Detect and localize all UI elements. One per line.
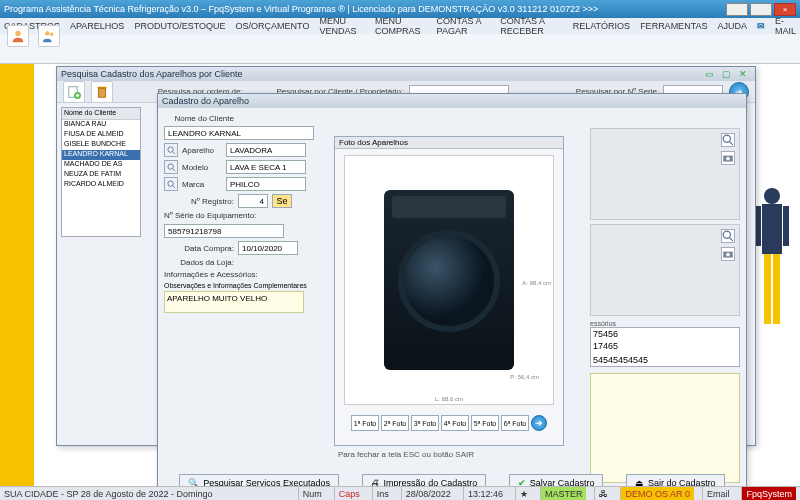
camera-icon[interactable] — [721, 247, 735, 261]
status-master: MASTER — [540, 487, 587, 500]
marca-label: Marca — [182, 180, 222, 189]
acess-item: 75456 — [591, 328, 739, 340]
aparelho-input[interactable] — [226, 143, 306, 157]
close-hint: Para fechar a tela ESC ou botão SAIR — [338, 450, 474, 459]
photo-4-button[interactable]: 4ª Foto — [441, 415, 469, 431]
aparelho-lookup-button[interactable] — [164, 143, 178, 157]
client-list[interactable]: Nome do Cliente BIANCA RAU FIUSA DE ALME… — [61, 107, 141, 237]
client-row[interactable]: MACHADO DE AS — [62, 160, 140, 170]
menu-os[interactable]: OS/ORÇAMENTO — [236, 21, 310, 31]
photo-3-button[interactable]: 3ª Foto — [411, 415, 439, 431]
client-row[interactable]: FIUSA DE ALMEID — [62, 130, 140, 140]
acessorios-list[interactable]: 75456 17465 54545454545 — [590, 327, 740, 367]
main-toolbar: Clientes Fornec — [0, 34, 800, 64]
data-label: Data Compra: — [164, 244, 234, 253]
svg-point-2 — [50, 33, 54, 37]
cadastro-title: Cadastro do Aparelho — [158, 94, 746, 108]
svg-rect-4 — [762, 204, 782, 254]
right-column: essórios 75456 17465 54545454545 — [590, 128, 740, 483]
svg-rect-12 — [98, 86, 107, 88]
obs-textarea[interactable]: APARELHO MUITO VELHO — [164, 291, 304, 313]
svg-rect-5 — [764, 254, 771, 324]
marca-input[interactable] — [226, 177, 306, 191]
photo-6-button[interactable]: 6ª Foto — [501, 415, 529, 431]
search-close-icon[interactable]: ✕ — [739, 69, 747, 79]
status-city: SUA CIDADE - SP 28 de Agosto de 2022 - D… — [4, 489, 212, 499]
menu-compras[interactable]: MENU COMPRAS — [375, 16, 427, 36]
new-record-button[interactable] — [63, 81, 85, 103]
client-list-header: Nome do Cliente — [62, 108, 140, 120]
client-row-selected[interactable]: LEANDRO KARNAL — [62, 150, 140, 160]
maximize-button[interactable]: □ — [750, 3, 772, 16]
aparelho-label: Aparelho — [182, 146, 222, 155]
se-button[interactable]: Se — [272, 194, 292, 208]
svg-point-1 — [45, 31, 49, 35]
registro-label: Nº Registro: — [164, 197, 234, 206]
status-ins: Ins — [372, 487, 393, 500]
menu-relatorios[interactable]: RELATÓRIOS — [573, 21, 630, 31]
svg-rect-6 — [773, 254, 780, 324]
status-time: 13:12:46 — [463, 487, 507, 500]
search-window: Pesquisa Cadastro dos Aparelhos por Clie… — [56, 66, 756, 446]
washing-machine-image — [384, 190, 514, 370]
modelo-input[interactable] — [226, 160, 306, 174]
close-button[interactable]: × — [774, 3, 796, 16]
photo-5-button[interactable]: 5ª Foto — [471, 415, 499, 431]
search-window-title: Pesquisa Cadastro dos Aparelhos por Clie… — [57, 67, 755, 81]
menu-receber[interactable]: CONTAS A RECEBER — [500, 16, 562, 36]
yellow-strip — [0, 64, 34, 486]
dim-width: L: 68,6 cm — [435, 396, 463, 402]
status-email[interactable]: Email — [702, 487, 734, 500]
modelo-lookup-button[interactable] — [164, 160, 178, 174]
minimize-button[interactable]: – — [726, 3, 748, 16]
registro-input[interactable] — [238, 194, 268, 208]
menu-ferramentas[interactable]: FERRAMENTAS — [640, 21, 707, 31]
svg-point-3 — [764, 188, 780, 204]
marca-lookup-button[interactable] — [164, 177, 178, 191]
nome-input[interactable] — [164, 126, 314, 140]
nserie-input[interactable] — [164, 224, 284, 238]
dim-depth: P: 56,4 cm — [510, 374, 539, 380]
obs-label: Observações e Informações Complementares — [164, 282, 334, 289]
client-row[interactable]: GISELE BUNDCHE — [62, 140, 140, 150]
photo-2-button[interactable]: 2ª Foto — [381, 415, 409, 431]
menu-pagar[interactable]: CONTAS A PAGAR — [437, 16, 491, 36]
menu-vendas[interactable]: MENU VENDAS — [319, 16, 365, 36]
zoom-icon[interactable] — [721, 133, 735, 147]
delete-record-button[interactable] — [91, 81, 113, 103]
nserie-label: Nº Série do Equipamento: — [164, 211, 256, 220]
window-controls: – □ × — [726, 3, 796, 16]
dim-height: A: 98,4 cm — [522, 280, 551, 286]
tool-fornec[interactable] — [38, 25, 60, 47]
tool-clientes[interactable] — [7, 25, 29, 47]
menu-aparelhos[interactable]: APARELHOS — [70, 21, 124, 31]
modelo-label: Modelo — [182, 163, 222, 172]
client-row[interactable]: NEUZA DE FATIM — [62, 170, 140, 180]
status-num: Num — [298, 487, 326, 500]
notes-area[interactable] — [590, 373, 740, 483]
menu-email[interactable]: E-MAIL — [775, 16, 796, 36]
photo-next-button[interactable]: ➔ — [531, 415, 547, 431]
status-date: 28/08/2022 — [401, 487, 455, 500]
status-caps: Caps — [334, 487, 364, 500]
appliance-photo: A: 98,4 cm L: 68,6 cm P: 56,4 cm — [344, 155, 554, 405]
camera-icon[interactable] — [721, 151, 735, 165]
menu-ajuda[interactable]: AJUDA — [717, 21, 747, 31]
status-brand: FpqSystem — [741, 487, 796, 500]
zoom-icon[interactable] — [721, 229, 735, 243]
search-min-icon[interactable]: ▭ — [705, 69, 714, 79]
photo-buttons: 1ª Foto 2ª Foto 3ª Foto 4ª Foto 5ª Foto … — [335, 411, 563, 435]
client-row[interactable]: BIANCA RAU — [62, 120, 140, 130]
svg-point-0 — [16, 31, 21, 36]
search-max-icon[interactable]: ▢ — [722, 69, 731, 79]
status-star-icon: ★ — [515, 487, 532, 500]
photo-panel: Foto dos Aparelhos A: 98,4 cm L: 68,6 cm… — [334, 136, 564, 446]
data-input[interactable] — [238, 241, 298, 255]
acess-item: 54545454545 — [591, 354, 739, 366]
client-row[interactable]: RICARDO ALMEID — [62, 180, 140, 190]
photo-1-button[interactable]: 1ª Foto — [351, 415, 379, 431]
app-title: Programa Assistência Técnica Refrigeraçã… — [4, 4, 726, 14]
acess-item: 17465 — [591, 340, 739, 352]
menu-produto[interactable]: PRODUTO/ESTOQUE — [134, 21, 225, 31]
photo-panel-title: Foto dos Aparelhos — [335, 137, 563, 149]
